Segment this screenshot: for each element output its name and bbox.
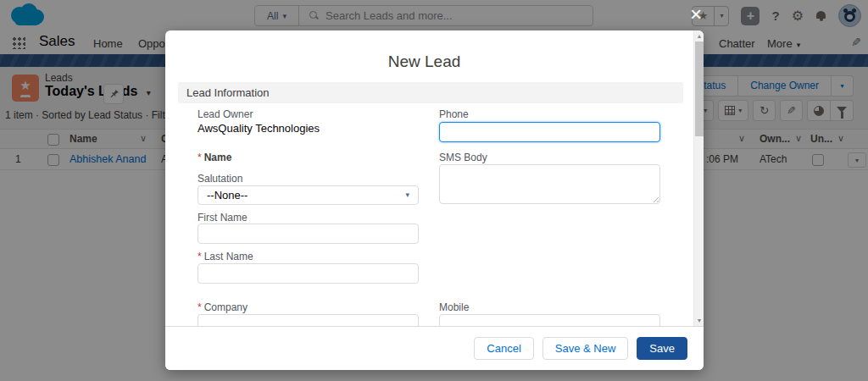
salesforce-app: All ▾ ★ ▾ + ? ⚙ Sales [0,0,868,381]
scroll-up-icon[interactable]: ▲ [694,33,704,39]
required-asterisk: * [198,301,202,313]
chevron-down-icon: ▾ [405,186,409,204]
modal-body: New Lead Lead Information Lead Owner Aws… [165,30,693,326]
save-button[interactable]: Save [637,337,687,360]
scrollbar-thumb[interactable] [695,41,704,136]
last-name-input[interactable] [198,263,419,284]
close-icon[interactable]: × [685,3,707,25]
modal-title: New Lead [165,52,683,71]
mobile-input[interactable] [439,314,660,326]
salutation-label: Salutation [198,173,242,185]
first-name-input[interactable] [198,224,419,244]
phone-input[interactable] [439,122,660,142]
company-label: *Company [198,301,248,313]
sms-body-label: SMS Body [439,152,487,163]
modal-scrollbar: ▲ ▼ [693,30,704,326]
section-header-lead-information: Lead Information [178,82,683,103]
last-name-label: *Last Name [198,251,253,262]
first-name-label: First Name [198,212,248,224]
lead-owner-value: AwsQuality Technologies [198,122,320,135]
salutation-value: --None-- [207,189,248,202]
required-asterisk: * [198,152,202,163]
phone-label: Phone [439,108,469,120]
name-group-label: *Name [198,152,231,163]
save-and-new-button[interactable]: Save & New [542,337,629,360]
company-input[interactable] [198,314,419,326]
mobile-label: Mobile [439,301,469,313]
new-lead-modal: New Lead Lead Information Lead Owner Aws… [165,30,704,370]
required-asterisk: * [198,251,202,262]
scroll-down-icon[interactable]: ▼ [694,318,704,323]
modal-footer: Cancel Save & New Save [165,326,704,370]
salutation-select[interactable]: --None-- ▾ [198,185,419,205]
lead-owner-label: Lead Owner [198,108,253,120]
sms-body-textarea[interactable] [439,164,660,204]
cancel-button[interactable]: Cancel [474,337,533,360]
